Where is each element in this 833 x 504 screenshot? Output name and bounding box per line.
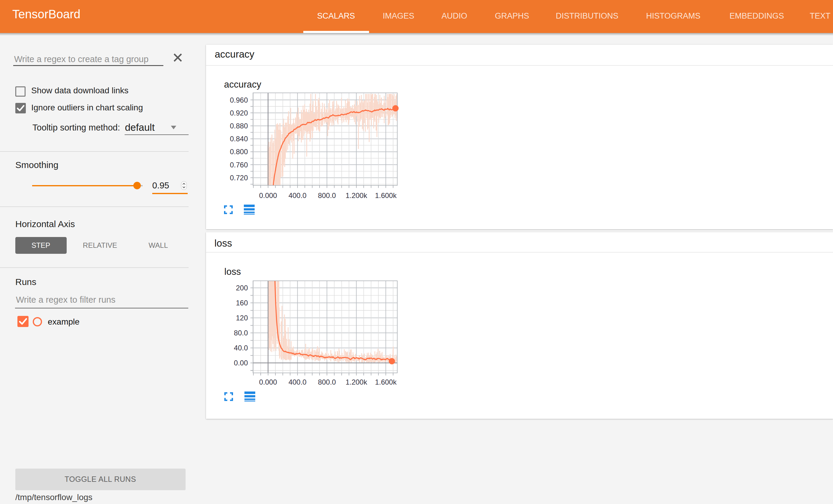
svg-text:0.00: 0.00: [234, 359, 248, 367]
svg-text:120: 120: [236, 314, 248, 322]
svg-text:800.0: 800.0: [318, 192, 336, 200]
svg-text:1.600k: 1.600k: [375, 192, 397, 200]
svg-text:40.0: 40.0: [234, 344, 248, 352]
svg-text:0.920: 0.920: [230, 109, 248, 117]
svg-text:0.800: 0.800: [230, 148, 248, 156]
svg-text:0.880: 0.880: [230, 122, 248, 130]
svg-text:0.760: 0.760: [230, 161, 248, 169]
svg-text:1.600k: 1.600k: [375, 378, 397, 386]
svg-text:800.0: 800.0: [318, 378, 336, 386]
svg-text:0.960: 0.960: [230, 96, 248, 104]
svg-text:0.840: 0.840: [230, 135, 248, 143]
svg-text:0.000: 0.000: [259, 192, 277, 200]
svg-text:200: 200: [236, 284, 248, 292]
svg-text:1.200k: 1.200k: [346, 378, 367, 386]
svg-text:0.000: 0.000: [259, 378, 277, 386]
svg-text:1.200k: 1.200k: [346, 192, 367, 200]
svg-text:400.0: 400.0: [289, 378, 307, 386]
svg-text:80.0: 80.0: [234, 329, 248, 337]
svg-text:400.0: 400.0: [289, 192, 307, 200]
svg-text:160: 160: [236, 299, 248, 307]
svg-text:0.720: 0.720: [230, 174, 248, 182]
